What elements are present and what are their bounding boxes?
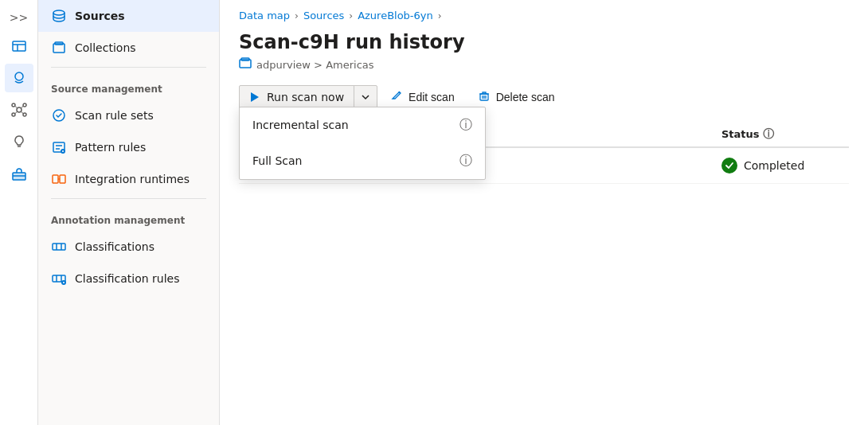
incremental-scan-label: Incremental scan bbox=[252, 119, 349, 131]
breadcrumb-sep-3: › bbox=[438, 10, 442, 21]
run-scan-main[interactable]: Run scan now bbox=[240, 86, 354, 108]
run-scan-dropdown: Incremental scan ⓘ Full Scan ⓘ bbox=[239, 107, 486, 180]
subtitle-collections-icon bbox=[239, 57, 252, 72]
sidebar-item-classifications[interactable]: Classifications bbox=[38, 231, 219, 263]
sidebar-item-sources[interactable]: Sources bbox=[38, 0, 219, 32]
svg-rect-26 bbox=[53, 175, 58, 183]
svg-line-11 bbox=[15, 111, 18, 114]
run-scan-label: Run scan now bbox=[267, 91, 344, 103]
page-subtitle: adpurview > Americas bbox=[239, 57, 849, 72]
breadcrumb-sep-1: › bbox=[295, 10, 299, 21]
run-scan-button[interactable]: Run scan now bbox=[239, 85, 377, 109]
classifications-label: Classifications bbox=[75, 240, 154, 253]
pattern-rules-icon bbox=[51, 139, 67, 155]
svg-line-10 bbox=[21, 107, 23, 109]
classifications-icon bbox=[51, 239, 67, 255]
full-scan-label: Full Scan bbox=[252, 154, 302, 167]
icon-rail: >> bbox=[0, 0, 38, 425]
svg-point-16 bbox=[53, 10, 65, 15]
page-header: Scan-c9H run history adpurview > America… bbox=[220, 25, 868, 72]
completed-icon bbox=[721, 158, 737, 174]
breadcrumb-sources[interactable]: Sources bbox=[303, 10, 344, 21]
sidebar-item-classification-rules[interactable]: Classification rules bbox=[38, 263, 219, 294]
svg-point-8 bbox=[23, 113, 26, 116]
sidebar-item-collections[interactable]: Collections bbox=[38, 32, 219, 64]
breadcrumb-azure-blob[interactable]: AzureBlob-6yn bbox=[358, 10, 433, 21]
classification-rules-label: Classification rules bbox=[75, 272, 180, 285]
sidebar: Sources Collections Source management Sc… bbox=[38, 0, 220, 425]
edit-scan-label: Edit scan bbox=[409, 91, 455, 103]
svg-rect-27 bbox=[60, 175, 65, 183]
sources-sidebar-icon bbox=[51, 8, 67, 24]
main-content: Data map › Sources › AzureBlob-6yn › Sca… bbox=[220, 0, 868, 425]
breadcrumb-data-map[interactable]: Data map bbox=[239, 10, 290, 21]
status-column-header: Status ⓘ bbox=[721, 127, 849, 142]
svg-line-12 bbox=[21, 111, 23, 114]
status-text: Completed bbox=[744, 159, 804, 172]
bulb-icon[interactable] bbox=[5, 127, 33, 156]
divider-2 bbox=[51, 198, 206, 199]
toolbar: Run scan now Edit scan bbox=[220, 72, 868, 110]
sidebar-item-pattern-rules[interactable]: Pattern rules bbox=[38, 131, 219, 163]
incremental-scan-info-icon[interactable]: ⓘ bbox=[459, 117, 472, 134]
sidebar-item-integration-runtimes[interactable]: Integration runtimes bbox=[38, 163, 219, 195]
collections-icon bbox=[51, 40, 67, 56]
sources-nav-icon[interactable] bbox=[5, 64, 33, 92]
breadcrumb: Data map › Sources › AzureBlob-6yn › bbox=[220, 0, 868, 25]
collapse-button[interactable]: >> bbox=[0, 6, 37, 29]
svg-rect-0 bbox=[13, 41, 25, 51]
page-title: Scan-c9H run history bbox=[239, 31, 849, 54]
delete-scan-label: Delete scan bbox=[496, 91, 555, 103]
svg-rect-29 bbox=[53, 244, 65, 250]
full-scan-info-icon[interactable]: ⓘ bbox=[459, 153, 472, 170]
toolbox-icon[interactable] bbox=[5, 159, 33, 188]
svg-point-7 bbox=[12, 113, 15, 116]
status-cell: Completed bbox=[721, 158, 849, 174]
network-icon[interactable] bbox=[5, 96, 33, 124]
divider-1 bbox=[51, 67, 206, 68]
integration-runtimes-label: Integration runtimes bbox=[75, 173, 190, 185]
status-info-icon[interactable]: ⓘ bbox=[763, 127, 774, 142]
svg-marker-40 bbox=[251, 92, 259, 102]
collections-label: Collections bbox=[75, 41, 136, 54]
svg-line-9 bbox=[15, 107, 18, 109]
subtitle-text: adpurview > Americas bbox=[256, 59, 374, 71]
run-scan-chevron[interactable] bbox=[354, 88, 377, 107]
scan-rule-sets-icon bbox=[51, 107, 67, 123]
delete-icon bbox=[479, 91, 490, 104]
breadcrumb-sep-2: › bbox=[349, 10, 353, 21]
integration-runtimes-icon bbox=[51, 171, 67, 187]
svg-point-3 bbox=[15, 72, 23, 80]
scan-rule-sets-label: Scan rule sets bbox=[75, 109, 154, 122]
data-map-icon[interactable] bbox=[5, 32, 33, 60]
sidebar-item-scan-rule-sets[interactable]: Scan rule sets bbox=[38, 99, 219, 131]
sources-label: Sources bbox=[75, 10, 125, 22]
svg-point-5 bbox=[12, 103, 15, 107]
play-icon bbox=[249, 92, 260, 103]
pattern-rules-label: Pattern rules bbox=[75, 141, 146, 154]
annotation-management-header: Annotation management bbox=[38, 202, 219, 231]
incremental-scan-option[interactable]: Incremental scan ⓘ bbox=[240, 107, 485, 143]
source-management-header: Source management bbox=[38, 71, 219, 99]
svg-point-6 bbox=[23, 103, 26, 107]
full-scan-option[interactable]: Full Scan ⓘ bbox=[240, 143, 485, 179]
edit-icon bbox=[391, 91, 402, 104]
classification-rules-icon bbox=[51, 271, 67, 287]
chevron-down-icon bbox=[361, 92, 370, 102]
